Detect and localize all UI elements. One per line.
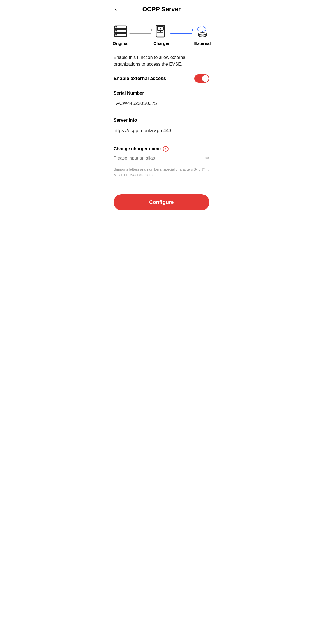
info-icon: ! [163, 146, 169, 152]
diagram-original-label: Original [113, 41, 129, 46]
main-content: Enable this function to allow external o… [107, 49, 216, 188]
change-charger-name-section: Change charger name ! ✏ Supports letters… [114, 145, 209, 178]
charger-icon [153, 24, 170, 38]
alias-input[interactable] [114, 156, 202, 161]
server-info-label: Server Info [114, 118, 209, 123]
serial-number-label: Serial Number [114, 91, 209, 96]
alias-hint: Supports letters and numbers, special ch… [114, 167, 209, 178]
configure-btn-wrapper: Configure [107, 188, 216, 219]
server-icon [112, 24, 129, 38]
server-info-section: Server Info https://ocpp.monta.app:443 [114, 118, 209, 138]
alias-input-underline [114, 164, 209, 164]
edit-icon[interactable]: ✏ [205, 155, 209, 161]
diagram-external: External [194, 24, 211, 46]
diagram-charger: Charger [153, 24, 170, 46]
description-text: Enable this function to allow external o… [114, 54, 209, 68]
enable-external-access-label: Enable external access [114, 76, 166, 81]
enable-external-access-row: Enable external access [114, 74, 209, 83]
diagram-original: Original [112, 24, 129, 46]
diagram-charger-label: Charger [153, 41, 170, 46]
database-icon [194, 24, 211, 38]
serial-number-divider [114, 111, 209, 111]
serial-number-value: TACW445220S0375 [114, 98, 209, 109]
toggle-thumb [202, 75, 209, 82]
alias-input-row: ✏ [114, 155, 209, 164]
svg-point-18 [199, 33, 206, 35]
header: ‹ OCPP Server [107, 0, 216, 16]
charger-name-header: Change charger name ! [114, 146, 209, 152]
connection-diagram: Original Charger [107, 16, 216, 49]
serial-number-section: Serial Number TACW445220S0375 [114, 91, 209, 111]
configure-button[interactable]: Configure [114, 194, 209, 210]
back-button[interactable]: ‹ [112, 4, 119, 14]
arrow-2 [170, 30, 194, 40]
server-info-value: https://ocpp.monta.app:443 [114, 126, 209, 136]
charger-name-label: Change charger name [114, 146, 161, 151]
enable-external-access-toggle[interactable] [194, 74, 209, 83]
server-info-divider [114, 138, 209, 138]
arrow-1 [129, 30, 153, 40]
diagram-external-label: External [194, 41, 211, 46]
page-title: OCPP Server [142, 6, 181, 13]
